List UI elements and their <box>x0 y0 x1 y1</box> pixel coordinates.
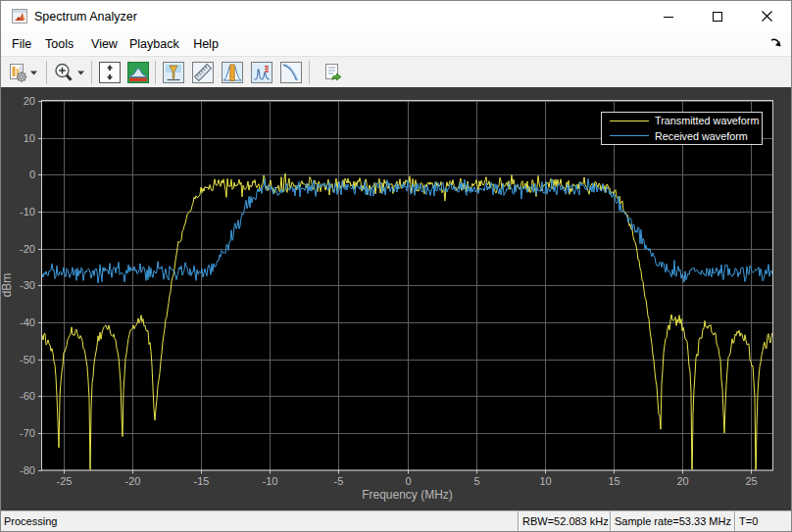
toolbar-separator <box>155 61 156 84</box>
export-options-dropdown[interactable] <box>29 60 38 85</box>
spectrum-analyzer-window: Spectrum Analyzer File Tools View Playba… <box>0 0 792 532</box>
svg-text:-60: -60 <box>20 390 35 402</box>
legend[interactable]: Transmitted waveform Received waveform <box>601 112 763 145</box>
svg-text:-80: -80 <box>20 464 35 476</box>
svg-text:10: 10 <box>24 132 35 144</box>
maximize-button[interactable] <box>693 1 742 31</box>
ccdf-measurements-icon <box>279 61 303 84</box>
svg-text:25: 25 <box>745 475 757 487</box>
svg-text:15: 15 <box>608 475 619 487</box>
export-options-icon <box>6 61 29 84</box>
legend-row-received: Received waveform <box>602 128 762 143</box>
toolbar-separator <box>46 61 47 84</box>
menu-view[interactable]: View <box>91 33 118 55</box>
zoom-dropdown[interactable] <box>76 60 85 85</box>
transmitted-line-swatch <box>610 121 649 121</box>
status-rbw: RBW=52.083 kHz <box>518 511 610 531</box>
svg-text:-30: -30 <box>20 279 35 291</box>
minimize-button[interactable] <box>644 1 693 31</box>
export-options-button[interactable] <box>6 61 29 84</box>
svg-text:20: 20 <box>676 475 688 487</box>
svg-text:-10: -10 <box>20 206 35 218</box>
app-icon <box>12 9 27 24</box>
distortion-measurements-icon <box>250 61 273 84</box>
svg-text:-20: -20 <box>125 475 141 487</box>
legend-row-transmitted: Transmitted waveform <box>602 114 762 128</box>
status-bar: Processing RBW=52.083 kHz Sample rate=53… <box>1 510 791 531</box>
toolbar <box>1 56 791 87</box>
svg-text:-25: -25 <box>57 475 73 487</box>
x-axis-label: Frequency (MHz) <box>362 488 453 502</box>
menu-playback[interactable]: Playback <box>129 33 179 55</box>
svg-text:10: 10 <box>539 475 551 487</box>
title-bar[interactable]: Spectrum Analyzer <box>1 1 791 31</box>
spectrum-plot[interactable]: -25-20-15-10-5051015202520100-10-20-30-4… <box>1 87 791 510</box>
svg-text:-50: -50 <box>20 354 35 365</box>
toolbar-separator <box>91 61 92 84</box>
dock-arrow-icon <box>768 34 784 50</box>
playback-options-icon <box>321 61 344 84</box>
cursor-measurements-icon <box>162 61 185 84</box>
zoom-in-icon <box>52 61 75 84</box>
window-controls <box>644 1 791 31</box>
legend-label-received: Received waveform <box>655 130 748 142</box>
minimize-icon <box>663 11 674 23</box>
status-time: T=0 <box>734 511 791 531</box>
svg-text:-20: -20 <box>20 243 35 255</box>
ccdf-measurements-button[interactable] <box>279 61 303 84</box>
svg-text:-40: -40 <box>20 316 35 328</box>
received-line-swatch <box>610 135 649 136</box>
svg-text:5: 5 <box>473 475 479 487</box>
cursor-measurements-button[interactable] <box>162 61 185 84</box>
playback-options-button[interactable] <box>321 61 344 84</box>
close-button[interactable] <box>742 1 791 31</box>
zoom-in-button[interactable] <box>52 61 75 84</box>
svg-text:0: 0 <box>29 169 35 180</box>
signal-statistics-button[interactable] <box>191 61 215 84</box>
svg-text:-10: -10 <box>263 475 278 487</box>
dock-button[interactable] <box>768 34 784 50</box>
window-title: Spectrum Analyzer <box>34 10 137 24</box>
channel-measurements-button[interactable] <box>221 61 244 84</box>
fit-y-axis-icon <box>98 61 122 84</box>
y-axis-label: dBm <box>1 273 14 298</box>
legend-label-transmitted: Transmitted waveform <box>655 115 759 126</box>
svg-text:0: 0 <box>405 475 411 487</box>
menu-help[interactable]: Help <box>193 33 219 55</box>
distortion-measurements-button[interactable] <box>250 61 273 84</box>
status-sample-rate: Sample rate=53.33 MHz <box>610 511 734 531</box>
menu-tools[interactable]: Tools <box>45 33 74 55</box>
svg-text:-5: -5 <box>334 475 344 487</box>
signal-statistics-icon <box>191 61 215 84</box>
dropdown-caret-icon <box>76 60 85 85</box>
maximize-icon <box>712 11 723 23</box>
spectrum-settings-icon <box>126 61 150 84</box>
menu-file[interactable]: File <box>12 33 31 55</box>
status-text: Processing <box>1 511 518 531</box>
channel-measurements-icon <box>221 61 244 84</box>
figure-area: -25-20-15-10-5051015202520100-10-20-30-4… <box>1 87 791 510</box>
spectrum-settings-button[interactable] <box>126 61 150 84</box>
svg-text:-15: -15 <box>194 475 210 487</box>
svg-text:20: 20 <box>24 95 35 107</box>
dropdown-caret-icon <box>29 60 38 85</box>
close-icon <box>761 10 773 23</box>
menu-bar: File Tools View Playback Help <box>1 31 791 56</box>
toolbar-separator <box>309 61 310 84</box>
svg-text:-70: -70 <box>20 427 35 439</box>
fit-y-axis-button[interactable] <box>98 61 122 84</box>
